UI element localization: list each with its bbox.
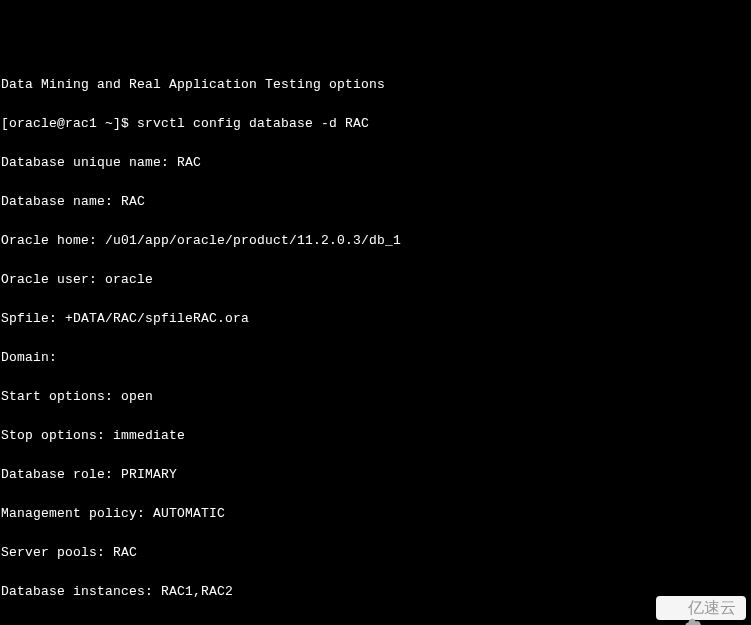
terminal-line: Database name: RAC [1,195,750,208]
terminal-line: Stop options: immediate [1,429,750,442]
terminal-line: Database instances: RAC1,RAC2 [1,585,750,598]
terminal-line: Data Mining and Real Application Testing… [1,78,750,91]
terminal-output[interactable]: Data Mining and Real Application Testing… [0,52,751,625]
terminal-line: Oracle home: /u01/app/oracle/product/11.… [1,234,750,247]
terminal-line: Start options: open [1,390,750,403]
terminal-line: Database role: PRIMARY [1,468,750,481]
watermark-text: 亿速云 [688,600,736,616]
terminal-line: Management policy: AUTOMATIC [1,507,750,520]
terminal-line: Domain: [1,351,750,364]
terminal-line: [oracle@rac1 ~]$ srvctl config database … [1,117,750,130]
terminal-line: Server pools: RAC [1,546,750,559]
terminal-line: Database unique name: RAC [1,156,750,169]
terminal-line: Oracle user: oracle [1,273,750,286]
terminal-line: Spfile: +DATA/RAC/spfileRAC.ora [1,312,750,325]
watermark-badge: 亿速云 [656,596,746,620]
cloud-icon [666,599,684,617]
